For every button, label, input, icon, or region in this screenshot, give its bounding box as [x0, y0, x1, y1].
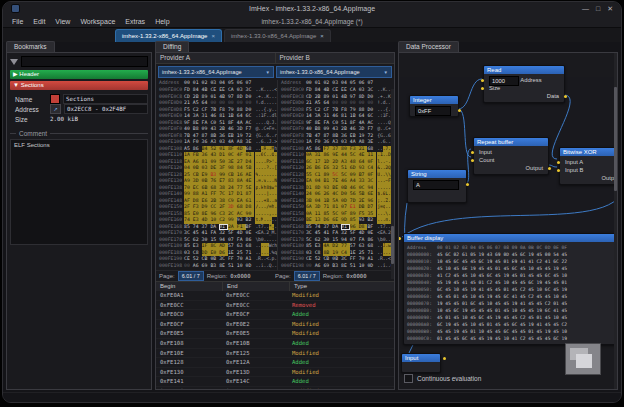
- tab-close-icon[interactable]: ×: [211, 33, 215, 39]
- region-value-b: 0x0000: [346, 273, 366, 279]
- expanded-arrow-icon: ▼: [13, 82, 19, 88]
- hex-byte[interactable]: 8E: [219, 263, 228, 270]
- tab-data-processor[interactable]: Data Processor: [398, 41, 459, 52]
- col-end[interactable]: End: [222, 282, 289, 291]
- bookmark-entry-header[interactable]: ▶ Header: [10, 70, 148, 79]
- node-bitwise-xor[interactable]: Bitwise XOR Input A Input B Output: [559, 147, 618, 185]
- hex-scrollbar[interactable]: [391, 89, 394, 279]
- hex-byte[interactable]: 0D: [367, 263, 376, 270]
- hex-byte[interactable]: B3: [210, 263, 219, 270]
- menu-edit[interactable]: Edit: [28, 18, 50, 25]
- hex-byte[interactable]: A6: [315, 263, 324, 270]
- hex-byte[interactable]: 00: [306, 263, 315, 270]
- tab-close-icon[interactable]: ×: [320, 33, 324, 39]
- hex-scrollbar-thumb[interactable]: [391, 226, 394, 264]
- bookmark-color-swatch[interactable]: [50, 94, 60, 104]
- port-size-in[interactable]: [481, 87, 484, 90]
- minimize-icon[interactable]: —: [582, 2, 589, 15]
- hex-byte[interactable]: 10: [237, 263, 246, 270]
- bookmark-entry-sections[interactable]: ▼ Sections: [10, 81, 148, 90]
- document-tabs: imhex-1.33.2-x86_64.AppImage×imhex-1.33.…: [3, 28, 621, 42]
- region-value-a: 0x0000: [230, 273, 250, 279]
- string-value-input[interactable]: A: [413, 180, 459, 190]
- bookmark-address-value[interactable]: 0x2ECC8 - 0x2F4BF: [64, 104, 148, 114]
- address-label: Address: [15, 106, 47, 113]
- hex-row: 000FE19800A669B38E51100D..i..Q..: [281, 263, 394, 270]
- port-repeat-input[interactable]: [471, 151, 474, 154]
- port-string-out[interactable]: [466, 183, 469, 186]
- menu-help[interactable]: Help: [150, 18, 174, 25]
- port-integer-out[interactable]: [458, 109, 461, 112]
- port-repeat-count[interactable]: [471, 159, 474, 162]
- col-type[interactable]: Type: [289, 282, 394, 291]
- diff-table-row[interactable]: 0xFE1300xFE13DModified: [156, 368, 394, 378]
- diff-table-row[interactable]: 0xFE1080xFE10BAdded: [156, 339, 394, 349]
- hex-byte[interactable]: 51: [350, 263, 359, 270]
- page-value-a[interactable]: 6.01 / 7: [178, 271, 204, 281]
- port-xor-input-a[interactable]: [557, 161, 560, 164]
- node-input[interactable]: Input: [401, 353, 441, 373]
- menu-workspace[interactable]: Workspace: [75, 18, 120, 25]
- comment-separator: Comment: [10, 130, 148, 137]
- hex-view-b: Address0001020304050607000FE0C0FD844BCEE…: [277, 80, 394, 270]
- diff-table-row[interactable]: 0xFE0CD0xFE0CFAdded: [156, 310, 394, 320]
- node-read[interactable]: Read 1000 Address Size: [483, 65, 565, 103]
- tab-bookmarks[interactable]: Bookmarks: [6, 41, 55, 52]
- provider-a-select[interactable]: imhex-1.33.2-x86_64.AppImage ▼: [158, 66, 274, 78]
- node-integer[interactable]: Integer 0xFF: [409, 95, 459, 117]
- buffer-row: 000000B0:45 45 19 45 01 10 45 45 6C 45 4…: [407, 328, 613, 335]
- diff-table-row[interactable]: 0xFE0A10xFE0CCModified: [156, 291, 394, 301]
- diff-table-row[interactable]: 0xFE1410xFE14CAdded: [156, 377, 394, 387]
- hex-byte[interactable]: 69: [323, 263, 332, 270]
- port-xor-input-b[interactable]: [557, 169, 560, 172]
- diff-table-row[interactable]: 0xFE10E0xFE125Modified: [156, 349, 394, 359]
- menu-view[interactable]: View: [50, 18, 75, 25]
- hex-byte[interactable]: 8E: [341, 263, 350, 270]
- port-input-out[interactable]: [443, 357, 446, 360]
- hex-byte[interactable]: B3: [332, 263, 341, 270]
- hex-byte[interactable]: A6: [193, 263, 202, 270]
- name-label: Name: [15, 96, 47, 103]
- port-address-in[interactable]: [481, 79, 484, 82]
- node-repeat-buffer[interactable]: Repeat buffer Input Count Output: [473, 137, 549, 175]
- integer-value-input[interactable]: 0xFF: [415, 106, 451, 116]
- diffing-panel: Diffing Provider A Provider B imhex-1.33…: [155, 41, 395, 390]
- tab-diffing[interactable]: Diffing: [155, 41, 189, 52]
- provider-b-select[interactable]: imhex-1.33.0-x86_64.AppImage ▼: [276, 66, 392, 78]
- dp-scrollbar[interactable]: [614, 53, 617, 390]
- maximize-icon[interactable]: □: [596, 2, 600, 15]
- diffing-body: Provider A Provider B imhex-1.33.2-x86_6…: [155, 52, 395, 390]
- diff-table-row[interactable]: 0xFE0E50xFE0E5Modified: [156, 329, 394, 339]
- port-repeat-output[interactable]: [548, 167, 551, 170]
- buffer-row: 000000A0:6C 19 45 45 10 45 01 45 45 6C 4…: [407, 321, 613, 328]
- dp-scrollbar-thumb[interactable]: [614, 87, 617, 190]
- node-buffer-display[interactable]: Buffer display Address 00 01 02 03 04 05…: [403, 233, 617, 345]
- hex-byte[interactable]: 0D: [246, 263, 255, 270]
- menu-extras[interactable]: Extras: [120, 18, 150, 25]
- goto-address-icon[interactable]: ↗: [50, 104, 61, 114]
- menu-file[interactable]: File: [7, 18, 28, 25]
- hex-byte[interactable]: 69: [202, 263, 211, 270]
- chevron-down-icon: ▼: [266, 70, 270, 75]
- page-value-b[interactable]: 6.01 / 7: [294, 271, 320, 281]
- diff-table-row[interactable]: 0xFE1280xFE12AAdded: [156, 358, 394, 368]
- diff-table-row[interactable]: 0xFE0CC0xFE0CCRemoved: [156, 301, 394, 311]
- diff-table-row[interactable]: 0xFE1500xFE15FModified: [156, 387, 394, 389]
- status-bar: [3, 392, 621, 402]
- buffer-row: 00000040:45 19 45 41 45 01 C2 45 10 45 4…: [407, 279, 613, 286]
- bookmark-filter-input[interactable]: [21, 56, 148, 67]
- close-icon[interactable]: ✕: [607, 2, 613, 15]
- node-string[interactable]: String A: [407, 169, 467, 203]
- bookmark-comment-box[interactable]: ELF Sections: [10, 139, 148, 245]
- continuous-evaluation-checkbox[interactable]: [404, 374, 413, 383]
- port-buffer-input[interactable]: [398, 237, 401, 240]
- port-data-out[interactable]: [564, 95, 567, 98]
- hex-row: 000FE19800A669B38E51100D..i..Q..: [159, 263, 277, 270]
- bookmark-name-field[interactable]: Sections: [63, 94, 148, 104]
- hex-byte[interactable]: 10: [359, 263, 368, 270]
- hex-byte[interactable]: 51: [228, 263, 237, 270]
- col-begin[interactable]: Begin: [156, 282, 222, 291]
- hex-ascii[interactable]: ..i..Q..: [255, 263, 277, 270]
- hex-byte[interactable]: 00: [184, 263, 193, 270]
- diff-table-row[interactable]: 0xFE0CF0xFE0E2Modified: [156, 320, 394, 330]
